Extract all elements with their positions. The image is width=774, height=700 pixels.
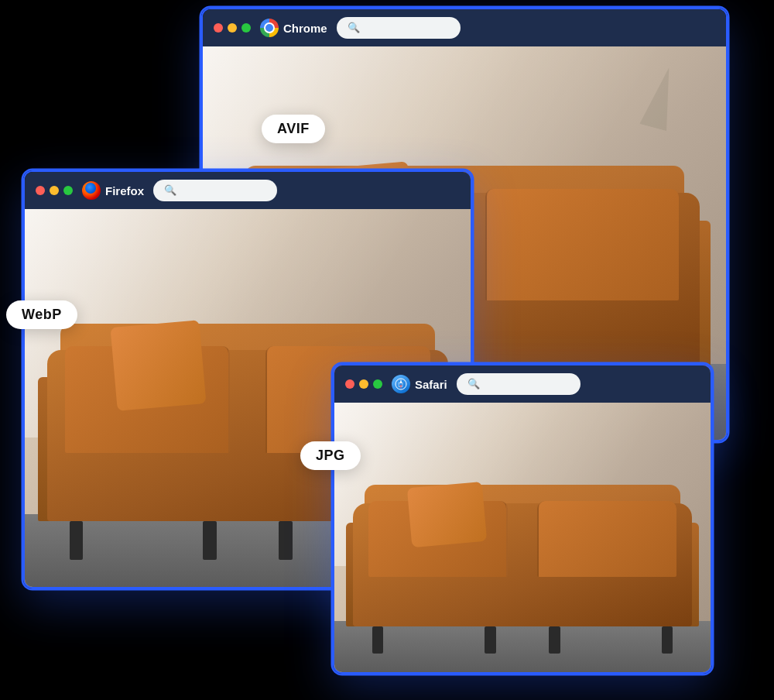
firefox-close-button[interactable] (36, 186, 45, 195)
chrome-search-icon: 🔍 (348, 22, 360, 34)
svg-marker-2 (400, 385, 402, 389)
chrome-browser-name: Chrome (283, 22, 327, 35)
sofa-pillow (407, 482, 488, 548)
jpg-label: JPG (316, 448, 345, 463)
safari-search-icon: 🔍 (467, 378, 480, 390)
avif-badge: AVIF (262, 115, 325, 143)
chrome-minimize-button[interactable] (228, 23, 237, 33)
safari-compass-svg (395, 378, 407, 390)
firefox-minimize-button[interactable] (50, 186, 59, 195)
chrome-icon (260, 19, 279, 37)
sofa-leg-1 (372, 626, 384, 654)
firefox-titlebar: Firefox 🔍 (25, 172, 471, 209)
safari-browser-name: Safari (415, 378, 447, 391)
firefox-icon (82, 181, 101, 200)
safari-logo: Safari (392, 375, 447, 393)
firefox-search-bar[interactable]: 🔍 (153, 180, 277, 201)
firefox-logo: Firefox (82, 181, 144, 200)
firefox-traffic-lights (36, 186, 73, 195)
floor (334, 621, 711, 674)
webp-badge: WebP (6, 300, 77, 329)
sofa-pillow (111, 320, 207, 411)
sofa-leg-2 (485, 626, 496, 654)
safari-minimize-button[interactable] (359, 379, 368, 389)
firefox-search-icon: 🔍 (164, 184, 176, 197)
avif-label: AVIF (277, 121, 310, 136)
chrome-titlebar: Chrome 🔍 (203, 9, 726, 46)
sofa-cushion-right (537, 501, 676, 578)
sofa-leg-3 (549, 626, 560, 654)
sofa-leg-2 (203, 521, 216, 559)
sofa-leg-1 (70, 521, 83, 559)
chrome-search-bar[interactable]: 🔍 (337, 17, 461, 39)
sofa-leg-3 (279, 521, 292, 559)
plant-shadow (631, 61, 692, 133)
safari-maximize-button[interactable] (373, 379, 382, 389)
jpg-badge: JPG (300, 441, 361, 470)
safari-sofa-scene (334, 403, 711, 674)
safari-traffic-lights (345, 379, 382, 389)
chrome-traffic-lights (214, 23, 251, 33)
chrome-close-button[interactable] (214, 23, 223, 33)
firefox-maximize-button[interactable] (63, 186, 73, 195)
webp-label: WebP (22, 307, 62, 322)
safari-browser-window: Safari 🔍 (333, 364, 712, 674)
firefox-browser-name: Firefox (105, 184, 144, 197)
safari-close-button[interactable] (345, 379, 354, 389)
sofa-cushion-right (485, 189, 679, 300)
chrome-logo: Chrome (260, 19, 327, 37)
safari-content (334, 403, 711, 674)
svg-marker-1 (400, 379, 402, 383)
safari-icon (392, 375, 410, 393)
safari-titlebar: Safari 🔍 (334, 365, 711, 403)
chrome-maximize-button[interactable] (241, 23, 251, 33)
sofa-leg-4 (662, 626, 673, 654)
safari-search-bar[interactable]: 🔍 (457, 373, 580, 395)
